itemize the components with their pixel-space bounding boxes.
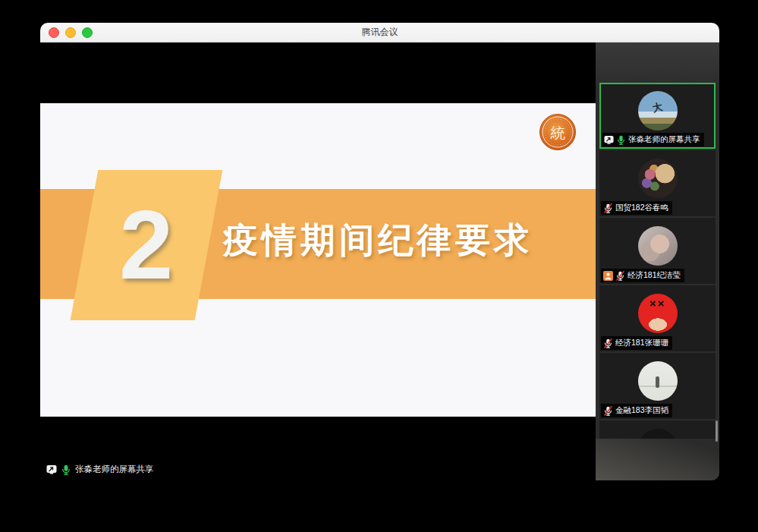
participant-name-bar: 经济181纪洁莹: [601, 269, 684, 282]
participant-name-bar: 国贸182谷春鸣: [601, 201, 672, 215]
screen-share-icon: [604, 135, 614, 145]
sidebar-scrollbar[interactable]: [716, 420, 718, 442]
section-number: 2: [119, 197, 173, 294]
participant-name: 经济181纪洁莹: [627, 270, 681, 281]
participant-name: 金融183李国韬: [615, 405, 668, 416]
participant-name-bar: 金融183李国韬: [601, 404, 672, 417]
presentation-slide: 2 疫情期间纪律要求 統: [40, 103, 596, 417]
participant-name-bar: 张淼老师的屏幕共享: [602, 133, 704, 146]
participant-tile[interactable]: ×× 经济181张珊珊: [599, 285, 716, 351]
slide-title: 疫情期间纪律要求: [200, 217, 556, 263]
participant-tile[interactable]: 国贸182谷春鸣: [599, 150, 716, 216]
window-controls: [49, 23, 93, 42]
participant-name: 张淼老师的屏幕共享: [628, 134, 700, 145]
school-seal-logo-icon: 統: [539, 113, 577, 151]
avatar: 大: [638, 91, 678, 131]
close-button[interactable]: [49, 27, 59, 38]
app-window: 腾讯会议 2 疫情期间纪律要求: [40, 23, 719, 480]
mic-muted-icon: [603, 203, 613, 213]
sidebar-bottom-fade: [596, 439, 719, 480]
desktop: { "window": { "title": "腾讯会议" }, "colors…: [0, 0, 758, 532]
mic-muted-icon: [603, 338, 613, 348]
avatar: [638, 361, 678, 401]
share-banner: 张淼老师的屏幕共享: [43, 462, 157, 477]
avatar: ××: [638, 294, 678, 333]
participant-tile[interactable]: 大 张淼老师的屏幕共享: [599, 83, 716, 149]
participant-name-bar: 经济181张珊珊: [601, 336, 672, 350]
participant-tile[interactable]: 金融183李国韬: [599, 353, 716, 419]
minimize-button[interactable]: [65, 27, 76, 38]
participant-tile[interactable]: 经济181纪洁莹: [599, 218, 716, 284]
participants-sidebar: 大 张淼老师的屏幕共享 国贸182谷春鸣: [596, 42, 719, 480]
window-title: 腾讯会议: [362, 26, 398, 39]
mic-muted-icon: [615, 271, 625, 281]
title-bar: 腾讯会议: [40, 23, 719, 42]
screen-share-icon: [46, 464, 57, 475]
participant-name: 国贸182谷春鸣: [615, 203, 668, 213]
member-badge-icon: [603, 271, 613, 281]
seal-glyph: 統: [550, 124, 565, 142]
shared-screen-stage: 2 疫情期间纪律要求 統: [40, 42, 596, 480]
mic-on-icon: [61, 464, 71, 475]
mic-on-icon: [616, 135, 626, 145]
zoom-button[interactable]: [82, 27, 93, 38]
mic-muted-icon: [603, 406, 613, 416]
sidebar-spacer: [596, 42, 719, 83]
share-banner-label: 张淼老师的屏幕共享: [75, 464, 154, 475]
avatar: [638, 159, 678, 198]
participant-name: 经济181张珊珊: [615, 338, 668, 348]
avatar: [638, 226, 678, 266]
